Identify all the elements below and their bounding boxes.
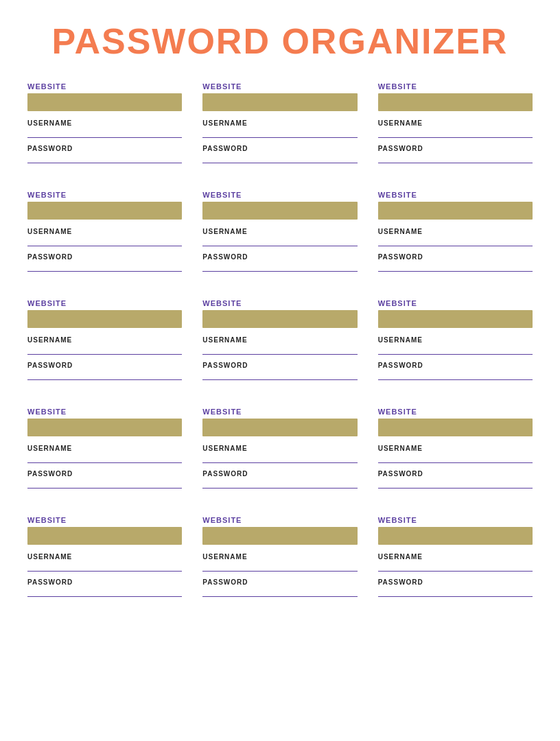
password-line-8 <box>202 370 357 380</box>
password-line-6 <box>378 262 533 272</box>
website-bar-6 <box>378 202 533 220</box>
password-line-9 <box>378 370 533 380</box>
username-label-2: USERNAME <box>202 119 357 127</box>
website-label-4: WEBSITE <box>27 191 182 199</box>
website-bar-13 <box>27 527 182 545</box>
website-label-1: WEBSITE <box>27 82 182 91</box>
website-bar-2 <box>202 93 357 111</box>
password-label-10: PASSWORD <box>27 470 182 478</box>
website-label-10: WEBSITE <box>27 408 182 416</box>
website-label-13: WEBSITE <box>27 516 182 524</box>
password-line-15 <box>378 587 533 597</box>
website-label-12: WEBSITE <box>378 408 533 416</box>
website-label-11: WEBSITE <box>202 408 357 416</box>
password-label-2: PASSWORD <box>202 145 357 152</box>
entry-block-10: WEBSITE USERNAME PASSWORD <box>27 408 182 495</box>
entry-block-4: WEBSITE USERNAME PASSWORD <box>27 191 182 279</box>
username-label-9: USERNAME <box>378 336 533 344</box>
username-label-4: USERNAME <box>27 228 182 235</box>
entry-block-15: WEBSITE USERNAME PASSWORD <box>378 516 533 604</box>
username-label-6: USERNAME <box>378 228 533 235</box>
entry-block-9: WEBSITE USERNAME PASSWORD <box>378 299 533 387</box>
password-line-10 <box>27 479 182 489</box>
username-line-3 <box>378 128 533 138</box>
password-label-14: PASSWORD <box>202 578 357 586</box>
entry-block-6: WEBSITE USERNAME PASSWORD <box>378 191 533 279</box>
username-label-8: USERNAME <box>202 336 357 344</box>
website-bar-12 <box>378 419 533 436</box>
website-bar-5 <box>202 202 357 220</box>
password-label-15: PASSWORD <box>378 578 533 586</box>
password-label-5: PASSWORD <box>202 253 357 261</box>
website-bar-11 <box>202 419 357 436</box>
username-line-15 <box>378 562 533 572</box>
website-label-2: WEBSITE <box>202 82 357 91</box>
website-label-6: WEBSITE <box>378 191 533 199</box>
username-line-14 <box>202 562 357 572</box>
entry-block-11: WEBSITE USERNAME PASSWORD <box>202 408 357 495</box>
website-bar-10 <box>27 419 182 436</box>
website-bar-14 <box>202 527 357 545</box>
username-line-4 <box>27 237 182 246</box>
entry-block-8: WEBSITE USERNAME PASSWORD <box>202 299 357 387</box>
website-bar-9 <box>378 310 533 328</box>
username-line-7 <box>27 345 182 355</box>
password-line-7 <box>27 370 182 380</box>
password-line-13 <box>27 587 182 597</box>
website-label-7: WEBSITE <box>27 299 182 307</box>
username-label-3: USERNAME <box>378 119 533 127</box>
page-title: PASSWORD ORGANIZER <box>27 21 533 62</box>
password-line-5 <box>202 262 357 272</box>
password-label-11: PASSWORD <box>202 470 357 478</box>
password-label-1: PASSWORD <box>27 145 182 152</box>
entry-block-3: WEBSITE USERNAME PASSWORD <box>378 82 533 170</box>
website-label-14: WEBSITE <box>202 516 357 524</box>
username-label-14: USERNAME <box>202 553 357 561</box>
password-label-13: PASSWORD <box>27 578 182 586</box>
username-line-11 <box>202 454 357 463</box>
entry-block-5: WEBSITE USERNAME PASSWORD <box>202 191 357 279</box>
password-line-12 <box>378 479 533 489</box>
password-label-6: PASSWORD <box>378 253 533 261</box>
website-bar-4 <box>27 202 182 220</box>
password-line-11 <box>202 479 357 489</box>
password-line-4 <box>27 262 182 272</box>
username-label-5: USERNAME <box>202 228 357 235</box>
website-label-15: WEBSITE <box>378 516 533 524</box>
password-line-1 <box>27 154 182 163</box>
website-bar-8 <box>202 310 357 328</box>
username-label-7: USERNAME <box>27 336 182 344</box>
password-line-2 <box>202 154 357 163</box>
username-line-8 <box>202 345 357 355</box>
entries-grid: WEBSITE USERNAME PASSWORD WEBSITE USERNA… <box>27 82 533 604</box>
website-label-5: WEBSITE <box>202 191 357 199</box>
website-label-3: WEBSITE <box>378 82 533 91</box>
entry-block-12: WEBSITE USERNAME PASSWORD <box>378 408 533 495</box>
website-label-8: WEBSITE <box>202 299 357 307</box>
username-label-10: USERNAME <box>27 445 182 452</box>
password-label-7: PASSWORD <box>27 362 182 369</box>
website-bar-15 <box>378 527 533 545</box>
username-line-10 <box>27 454 182 463</box>
password-line-3 <box>378 154 533 163</box>
username-label-13: USERNAME <box>27 553 182 561</box>
website-label-9: WEBSITE <box>378 299 533 307</box>
entry-block-7: WEBSITE USERNAME PASSWORD <box>27 299 182 387</box>
username-line-5 <box>202 237 357 246</box>
username-line-1 <box>27 128 182 138</box>
username-label-1: USERNAME <box>27 119 182 127</box>
password-label-8: PASSWORD <box>202 362 357 369</box>
username-label-11: USERNAME <box>202 445 357 452</box>
password-label-4: PASSWORD <box>27 253 182 261</box>
password-label-9: PASSWORD <box>378 362 533 369</box>
website-bar-7 <box>27 310 182 328</box>
entry-block-13: WEBSITE USERNAME PASSWORD <box>27 516 182 604</box>
entry-block-1: WEBSITE USERNAME PASSWORD <box>27 82 182 170</box>
username-label-12: USERNAME <box>378 445 533 452</box>
username-label-15: USERNAME <box>378 553 533 561</box>
entry-block-2: WEBSITE USERNAME PASSWORD <box>202 82 357 170</box>
password-line-14 <box>202 587 357 597</box>
username-line-6 <box>378 237 533 246</box>
entry-block-14: WEBSITE USERNAME PASSWORD <box>202 516 357 604</box>
password-label-12: PASSWORD <box>378 470 533 478</box>
